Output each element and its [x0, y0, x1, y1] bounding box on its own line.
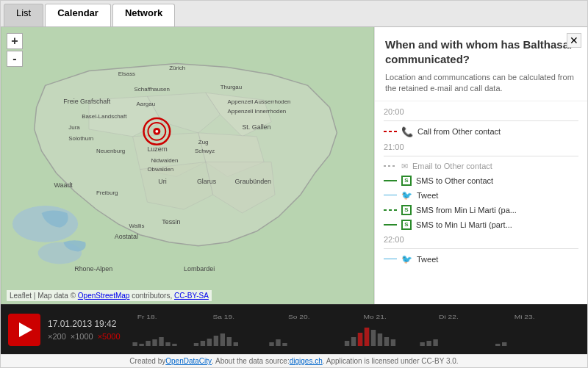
svg-point-1	[12, 206, 78, 242]
svg-text:Nidwalden: Nidwalden	[151, 157, 178, 164]
main-content: Freie Grafschaft Basel-Landschaft Jura S…	[1, 27, 587, 304]
sms-from-icon: S	[401, 205, 412, 215]
panel-subtitle: Location and communcations can be calcul…	[385, 72, 577, 95]
timeline-content: 20:00 📞 Call from Other contact 21:00	[375, 101, 587, 270]
list-item: 📞 Call from Other contact	[375, 124, 587, 140]
svg-rect-57	[282, 343, 287, 346]
svg-rect-54	[233, 342, 237, 346]
svg-text:Jura: Jura	[68, 124, 80, 131]
svg-text:Zug: Zug	[198, 139, 209, 145]
map-svg: Freie Grafschaft Basel-Landschaft Jura S…	[1, 27, 374, 304]
list-item: S SMS from Min Li Marti (pa...	[375, 203, 587, 217]
map-attribution: Leaflet | Map data © OpenStreetMap contr…	[7, 290, 212, 301]
svg-rect-70	[502, 342, 506, 346]
svg-rect-45	[159, 337, 163, 346]
svg-rect-51	[213, 336, 218, 346]
svg-text:Wallis: Wallis	[129, 223, 145, 229]
map-area[interactable]: Freie Grafschaft Basel-Landschaft Jura S…	[1, 27, 374, 304]
svg-text:Rhone-Alpen: Rhone-Alpen	[74, 265, 112, 273]
footer-bar: Created by OpenDataCity . About the data…	[1, 354, 587, 367]
svg-text:Neuenburg: Neuenburg	[96, 148, 125, 154]
tab-list[interactable]: List	[4, 4, 43, 26]
svg-text:Schaffhausen: Schaffhausen	[135, 86, 170, 93]
svg-rect-68	[433, 339, 437, 346]
speed-5000[interactable]: ×5000	[98, 332, 121, 341]
twitter-icon: 🐦	[401, 190, 412, 201]
email-dash-icon	[384, 165, 397, 167]
svg-rect-72	[364, 328, 368, 346]
svg-rect-53	[226, 337, 231, 346]
histogram-svg: Fr 18. Sa 19. So 20. Mo 21. Di 22. Mi 23…	[128, 311, 580, 348]
svg-text:Appenzell Ausserrhoden: Appenzell Ausserrhoden	[228, 98, 291, 105]
footer-end: . Application is licensed under CC-BY 3.…	[323, 357, 459, 365]
sms-from-label: SMS from Min Li Marti (pa...	[416, 206, 517, 214]
svg-rect-49	[200, 341, 204, 346]
svg-rect-41	[132, 342, 137, 346]
time-label-22: 22:00	[375, 232, 587, 245]
svg-rect-46	[165, 342, 170, 346]
svg-rect-58	[344, 341, 348, 346]
close-button[interactable]: ✕	[567, 33, 581, 48]
svg-rect-44	[152, 339, 157, 346]
timeline-divider-3	[384, 248, 578, 249]
svg-text:Elsass: Elsass	[118, 71, 135, 77]
tweet2-item-label: Tweet	[417, 255, 438, 264]
svg-text:Thurgau: Thurgau	[220, 84, 243, 90]
timeline-panel: 20:00 📞 Call from Other contact 21:00	[375, 101, 587, 304]
svg-rect-71	[357, 333, 362, 346]
svg-text:St. Gallen: St. Gallen	[242, 123, 270, 131]
sms-to-label: SMS to Min Li Marti (part...	[416, 220, 512, 229]
list-item: S SMS to Other contact	[375, 173, 587, 188]
svg-point-34	[155, 130, 158, 133]
panel-title: When and with whom has Balthasar communi…	[385, 37, 577, 66]
creator-link[interactable]: OpenDataCity	[165, 357, 212, 365]
time-label-20: 20:00	[375, 104, 587, 118]
osm-link[interactable]: OpenStreetMap	[78, 292, 130, 300]
tweet-dash-icon	[384, 195, 397, 195]
list-item: 🐦 Tweet	[375, 188, 587, 203]
sms-from-dash-icon	[384, 209, 397, 211]
svg-text:Schwyz: Schwyz	[195, 148, 215, 154]
tab-bar: List Calendar Network	[1, 1, 587, 27]
speed-1000[interactable]: ×1000	[71, 332, 93, 341]
svg-text:Mi 23.: Mi 23.	[514, 314, 534, 320]
license-link[interactable]: CC-BY-SA	[174, 292, 209, 300]
list-item: 🐦 Tweet	[375, 252, 587, 267]
footer-text: Created by	[129, 357, 165, 365]
svg-rect-64	[384, 337, 388, 346]
panel-header: When and with whom has Balthasar communi…	[375, 27, 587, 101]
footer-middle: . About the data source:	[212, 357, 290, 365]
app-container: List Calendar Network	[0, 0, 588, 368]
sms-to-dash-icon	[384, 224, 397, 226]
source-link[interactable]: digiges.ch	[290, 357, 323, 365]
speed-controls: ×200 ×1000 ×5000	[48, 332, 121, 341]
svg-text:Freiburg: Freiburg	[96, 190, 118, 196]
speed-200[interactable]: ×200	[48, 332, 66, 341]
svg-rect-62	[370, 330, 375, 346]
tab-calendar[interactable]: Calendar	[45, 4, 111, 26]
time-label-21: 21:00	[375, 140, 587, 153]
svg-text:Glarus: Glarus	[197, 178, 217, 185]
svg-text:Aostatal: Aostatal	[115, 233, 138, 240]
zoom-in-button[interactable]: +	[7, 33, 23, 49]
svg-text:Freie Grafschaft: Freie Grafschaft	[63, 98, 110, 105]
svg-text:Waadt: Waadt	[54, 181, 73, 189]
svg-text:Appenzell Innerrhoden: Appenzell Innerrhoden	[228, 108, 287, 115]
svg-text:Fr 18.: Fr 18.	[137, 314, 157, 320]
twitter2-icon: 🐦	[401, 254, 412, 264]
svg-text:Di 22.: Di 22.	[439, 314, 459, 320]
histogram-area: Fr 18. Sa 19. So 20. Mo 21. Di 22. Mi 23…	[128, 311, 580, 348]
zoom-out-button[interactable]: -	[7, 51, 23, 67]
playback-datetime: 17.01.2013 19:42	[48, 319, 121, 329]
tweet-item-label: Tweet	[417, 191, 438, 200]
svg-rect-59	[351, 337, 355, 346]
sms-dash-icon	[384, 180, 397, 181]
svg-rect-63	[377, 333, 381, 346]
svg-text:Graubünden: Graubünden	[234, 178, 271, 185]
list-item: S SMS to Min Li Marti (part...	[375, 217, 587, 232]
right-panel: When and with whom has Balthasar communi…	[374, 27, 587, 304]
tab-network[interactable]: Network	[112, 4, 175, 26]
play-button[interactable]	[8, 314, 40, 346]
svg-text:Tessin: Tessin	[162, 218, 180, 226]
map-zoom-controls: + -	[7, 33, 23, 67]
